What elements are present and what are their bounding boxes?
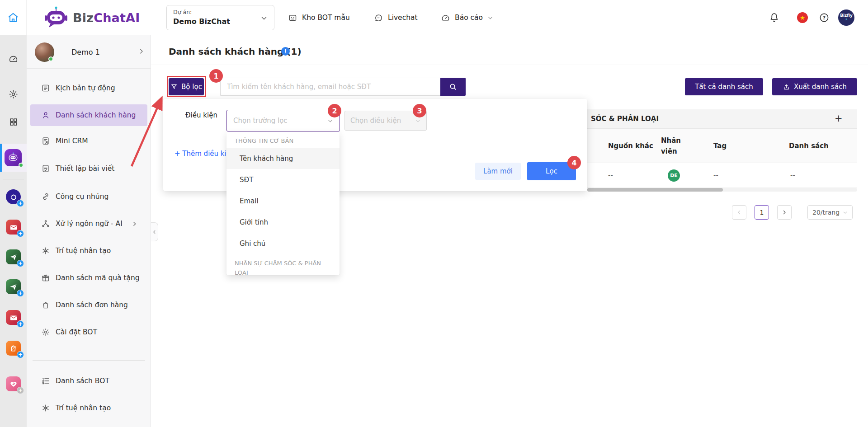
account-avatar[interactable]: Bizfly ✈: [838, 9, 854, 26]
sidebar-item-tri-tue-nhan-tao[interactable]: Trí tuệ nhân tạo: [30, 240, 147, 262]
svg-text:?: ?: [823, 15, 826, 21]
menu-label: Livechat: [388, 14, 418, 22]
dropdown-group-header: THÔNG TIN CƠ BẢN: [226, 131, 340, 148]
nlp-icon: [41, 219, 50, 228]
column-header: Nguồn khác: [608, 129, 653, 163]
export-button[interactable]: Xuất danh sách: [772, 78, 857, 95]
sidebar-item-danh-sach-ma-qua-tang[interactable]: Danh sách mã quà tặng: [30, 267, 147, 289]
profile-name: Demo 1: [71, 48, 100, 56]
sidebar-item-tri-tue-nhan-tao-2[interactable]: Trí tuệ nhân tạo: [30, 397, 147, 419]
dropdown-option-sdt[interactable]: SĐT: [226, 169, 340, 190]
add-condition-link[interactable]: + Thêm điều kiện: [175, 150, 235, 158]
all-lists-button[interactable]: Tất cả danh sách: [685, 78, 763, 95]
filter-button[interactable]: Bộ lọc: [169, 78, 204, 95]
help-icon: ?: [819, 12, 830, 23]
add-column-icon[interactable]: +: [835, 113, 847, 124]
sidebar-item-cong-cu-nhung[interactable]: Công cụ nhúng: [30, 186, 147, 207]
email2-app-icon[interactable]: +: [6, 310, 21, 325]
table-row[interactable]: -- DE -- --: [587, 163, 857, 188]
add-badge: +: [17, 351, 24, 358]
sidebar-item-danh-sach-don-hang[interactable]: Danh sách đơn hàng: [30, 294, 147, 316]
dropdown-option-gioi-tinh[interactable]: Giới tính: [226, 211, 340, 233]
menu-livechat[interactable]: Livechat: [374, 0, 418, 35]
sidebar-item-mini-crm[interactable]: Mini CRM: [30, 130, 147, 152]
dashboard-gauge-icon: [8, 54, 19, 64]
rail-dashboard-button[interactable]: [8, 54, 19, 64]
prev-page-button[interactable]: [732, 205, 746, 220]
collapse-chevron-icon: [152, 230, 157, 235]
home-button[interactable]: [0, 0, 27, 35]
prev-page-icon: [736, 210, 742, 215]
dropdown-option-ten-khach-hang[interactable]: Tên khách hàng: [226, 148, 340, 169]
table-group-header: SÓC & PHÂN LOẠI: [587, 109, 857, 129]
project-selector[interactable]: Dự án: Demo BizChat: [166, 5, 274, 30]
bell-icon: [769, 12, 780, 23]
caret-down-icon: [327, 118, 333, 124]
page-number-button[interactable]: 1: [755, 205, 769, 220]
rail-settings-button[interactable]: [8, 89, 19, 99]
home-icon: [7, 12, 19, 23]
chevron-right-icon: [132, 221, 137, 227]
vn-flag-icon[interactable]: ★: [797, 12, 808, 23]
top-bar: BizChatAI Dự án: Demo BizChat Kho BOT mẫ…: [0, 0, 868, 35]
apply-filter-button[interactable]: Lọc: [527, 162, 576, 180]
sends2-app-icon[interactable]: +: [6, 279, 21, 294]
sidebar-item-xu-ly-ngon-ngu-ai[interactable]: Xử lý ngôn ngữ - AI: [30, 213, 147, 235]
notifications-button[interactable]: [769, 12, 780, 25]
field-select[interactable]: Chọn trường lọc: [226, 110, 340, 131]
help-button[interactable]: ?: [819, 12, 830, 25]
logo-text: BizChatAI: [73, 11, 140, 25]
cell-danh-sach: --: [790, 163, 795, 188]
menu-bao-cao[interactable]: Báo cáo: [441, 0, 493, 35]
ai-icon: [41, 404, 50, 413]
caret-down-icon: [415, 118, 421, 124]
sidebar: Demo 1 Kịch bản tự động Danh sách khách …: [27, 35, 151, 427]
page-size-select[interactable]: 20/trang: [807, 205, 853, 220]
status-dot: [48, 56, 53, 61]
next-page-button[interactable]: [777, 205, 792, 220]
operator-select[interactable]: Chọn điều kiện: [344, 111, 427, 131]
reset-button[interactable]: Làm mới: [475, 163, 521, 180]
dropdown-option-email[interactable]: Email: [226, 190, 340, 211]
bot-app-icon[interactable]: [5, 149, 22, 166]
bot-settings-icon: [41, 328, 50, 337]
search-button[interactable]: [440, 78, 466, 96]
sidebar-item-danh-sach-khach-hang[interactable]: Danh sách khách hàng: [30, 104, 147, 126]
chevron-right-icon: [138, 48, 145, 55]
sidebar-item-kich-ban-tu-dong[interactable]: Kịch bản tự động: [30, 77, 147, 99]
column-header: Tag: [713, 129, 726, 163]
field-dropdown-panel: THÔNG TIN CƠ BẢN Tên khách hàng SĐT Emai…: [226, 131, 340, 275]
bizchatai-logo[interactable]: BizChatAI: [43, 6, 140, 29]
loyalty-app-icon[interactable]: +: [6, 376, 21, 391]
project-label: Dự án:: [173, 9, 192, 15]
search-icon: [448, 82, 458, 91]
search-input[interactable]: [220, 78, 440, 96]
customers-icon: [41, 111, 50, 120]
title-divider: [151, 65, 868, 65]
table-header-row: Nguồn khác Nhân viên Tag Danh sách: [587, 129, 857, 163]
shop-app-icon[interactable]: +: [6, 341, 21, 356]
rail-divider: [3, 179, 24, 179]
sidebar-collapse-handle[interactable]: [151, 222, 158, 241]
sidebar-item-thiet-lap-bai-viet[interactable]: Thiết lập bài viết: [30, 158, 147, 179]
chevron-down-icon: [260, 14, 268, 22]
sidebar-item-danh-sach-bot[interactable]: Danh sách BOT: [30, 370, 147, 392]
next-page-icon: [782, 210, 787, 215]
dropdown-option-ghi-chu[interactable]: Ghi chú: [226, 233, 340, 254]
filter-funnel-icon: [170, 83, 178, 90]
info-icon[interactable]: !: [281, 47, 290, 56]
bizfly-swoosh-icon: ✈: [845, 18, 848, 22]
table-group-label: SÓC & PHÂN LOẠI: [591, 115, 659, 123]
bot-template-icon: [288, 13, 297, 23]
cell-nguon-khac: --: [608, 163, 613, 188]
menu-kho-bot-mau[interactable]: Kho BOT mẫu: [288, 0, 350, 35]
cell-nhan-vien: DE: [668, 163, 680, 188]
rail-apps-button[interactable]: [8, 117, 19, 127]
sidebar-item-cai-dat-bot[interactable]: Cài đặt BOT: [30, 321, 147, 343]
order-icon: [41, 300, 50, 310]
sends-app-icon[interactable]: +: [6, 249, 21, 264]
bot-profile[interactable]: Demo 1: [27, 35, 151, 69]
email-app-icon[interactable]: +: [6, 220, 21, 235]
crm-app-icon[interactable]: +: [6, 189, 21, 204]
horizontal-scrollbar-thumb[interactable]: [587, 188, 723, 192]
